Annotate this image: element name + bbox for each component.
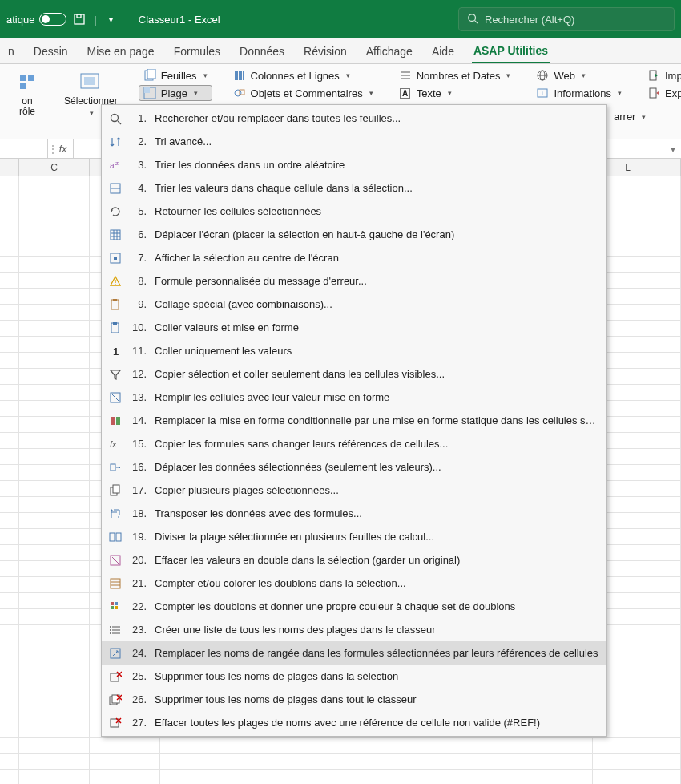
cell[interactable] xyxy=(663,561,681,577)
cell[interactable] xyxy=(0,353,19,369)
cell[interactable] xyxy=(19,561,90,577)
cell[interactable] xyxy=(19,593,90,609)
cell[interactable] xyxy=(0,657,19,673)
cell[interactable] xyxy=(19,289,90,305)
cell[interactable] xyxy=(663,273,681,289)
cell[interactable] xyxy=(663,449,681,465)
cell[interactable] xyxy=(0,208,19,224)
cell[interactable] xyxy=(19,673,90,689)
cell[interactable] xyxy=(663,224,681,240)
cell[interactable] xyxy=(19,240,90,257)
tab-aide[interactable]: Aide xyxy=(430,40,456,63)
menu-item-6[interactable]: 6.Déplacer l'écran (placer la sélection … xyxy=(102,223,606,246)
cell[interactable] xyxy=(0,770,19,784)
cell[interactable] xyxy=(663,754,681,770)
menu-item-25[interactable]: 25.Supprimer tous les noms de plages dan… xyxy=(102,665,606,688)
cell[interactable] xyxy=(663,337,681,353)
tab-revision[interactable]: Révision xyxy=(302,40,349,63)
cell[interactable] xyxy=(0,433,19,449)
menu-item-18[interactable]: 18.Transposer les données avec des formu… xyxy=(102,502,606,525)
cell[interactable] xyxy=(19,305,90,321)
menu-item-17[interactable]: 17.Copier plusieurs plages sélectionnées… xyxy=(102,479,606,502)
cell[interactable] xyxy=(0,369,19,385)
name-box[interactable] xyxy=(0,139,48,158)
cell[interactable] xyxy=(19,770,90,784)
menu-item-27[interactable]: 27.Effacer toutes les plages de noms ave… xyxy=(102,711,606,734)
cell[interactable] xyxy=(593,754,663,770)
menu-item-8[interactable]: 8.Formule personnalisée du message d'err… xyxy=(102,269,606,293)
menu-item-26[interactable]: 26.Supprimer tous les noms de plages dan… xyxy=(102,688,606,711)
cell[interactable] xyxy=(0,609,19,625)
cell[interactable] xyxy=(19,433,90,449)
tab-asap-utilities[interactable]: ASAP Utilities xyxy=(472,39,550,63)
nombres-button[interactable]: Nombres et Dates▾ xyxy=(394,67,516,83)
cell[interactable] xyxy=(19,513,90,529)
cell[interactable] xyxy=(0,257,19,273)
menu-item-19[interactable]: 19.Diviser la plage sélectionnée en plus… xyxy=(102,525,606,548)
expand-formula-icon[interactable]: ▾ xyxy=(665,143,681,155)
cell[interactable] xyxy=(0,497,19,513)
colonnes-button[interactable]: Colonnes et Lignes▾ xyxy=(228,67,378,83)
menu-item-12[interactable]: 12.Copier sélection et coller seulement … xyxy=(102,362,606,386)
menu-item-24[interactable]: 24.Remplacer les noms de rangée dans les… xyxy=(102,641,606,665)
cell[interactable] xyxy=(19,401,90,417)
tab-0[interactable]: n xyxy=(6,40,16,63)
cell[interactable] xyxy=(0,641,19,657)
cell[interactable] xyxy=(0,465,19,481)
cell[interactable] xyxy=(0,513,19,529)
cell[interactable] xyxy=(663,465,681,481)
cell[interactable] xyxy=(19,257,90,273)
cell[interactable] xyxy=(663,577,681,593)
menu-item-23[interactable]: 23.Créer une liste de tous les noms des … xyxy=(102,618,606,641)
cell[interactable] xyxy=(663,593,681,609)
cell[interactable] xyxy=(663,481,681,497)
cell[interactable] xyxy=(19,385,90,401)
cell[interactable] xyxy=(19,657,90,673)
menu-item-3[interactable]: az3.Trier les données dans un ordre aléa… xyxy=(102,153,606,176)
cell[interactable] xyxy=(663,353,681,369)
cell[interactable] xyxy=(663,689,681,705)
cell[interactable] xyxy=(19,738,90,754)
exporter-button[interactable]: Exporter▾ xyxy=(643,85,681,101)
cell[interactable] xyxy=(90,754,160,770)
plage-button[interactable]: Plage▾ xyxy=(139,85,212,101)
feuilles-button[interactable]: Feuilles▾ xyxy=(139,67,212,83)
cell[interactable] xyxy=(663,513,681,529)
cell[interactable] xyxy=(0,417,19,433)
cell[interactable] xyxy=(0,593,19,609)
cell[interactable] xyxy=(0,192,19,208)
cell[interactable] xyxy=(663,705,681,721)
toggle-icon[interactable] xyxy=(39,13,66,26)
cell[interactable] xyxy=(19,529,90,545)
cell[interactable] xyxy=(90,738,160,754)
cell[interactable] xyxy=(663,433,681,449)
cell[interactable] xyxy=(19,577,90,593)
cell[interactable] xyxy=(593,770,663,784)
objets-button[interactable]: Objets et Commentaires▾ xyxy=(228,85,378,101)
cell[interactable] xyxy=(19,369,90,385)
cell[interactable] xyxy=(0,689,19,705)
search-input[interactable] xyxy=(485,14,666,26)
importer-button[interactable]: Importer▾ xyxy=(643,67,681,83)
tab-mise-en-page[interactable]: Mise en page xyxy=(86,40,156,63)
cell[interactable] xyxy=(19,176,90,192)
autosave-toggle[interactable]: atique xyxy=(6,13,66,26)
cell[interactable] xyxy=(19,625,90,641)
cell[interactable] xyxy=(19,641,90,657)
cell[interactable] xyxy=(160,738,593,754)
cell[interactable] xyxy=(0,401,19,417)
cell[interactable] xyxy=(0,561,19,577)
menu-item-10[interactable]: 10.Coller valeurs et mise en forme xyxy=(102,316,606,339)
col-header-m[interactable] xyxy=(663,159,681,176)
menu-item-22[interactable]: 22.Compter les doublons et donner une pr… xyxy=(102,595,606,618)
cell[interactable] xyxy=(0,289,19,305)
cell[interactable] xyxy=(19,192,90,208)
fx-label[interactable]: fx xyxy=(53,139,74,158)
cell[interactable] xyxy=(663,208,681,224)
menu-item-20[interactable]: 20.Effacer les valeurs en double dans la… xyxy=(102,548,606,572)
cell[interactable] xyxy=(663,770,681,784)
tab-donnees[interactable]: Données xyxy=(238,40,286,63)
cell[interactable] xyxy=(0,705,19,721)
cell[interactable] xyxy=(0,673,19,689)
cell[interactable] xyxy=(663,192,681,208)
